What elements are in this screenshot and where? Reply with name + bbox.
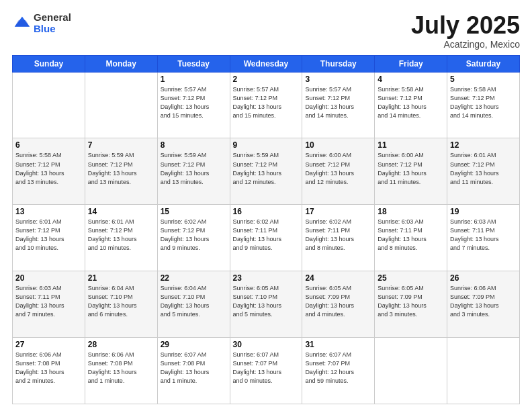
weekday-header-friday: Friday — [375, 55, 447, 72]
day-number: 9 — [233, 140, 300, 150]
calendar-cell: 19Sunrise: 6:03 AM Sunset: 7:11 PM Dayli… — [447, 205, 520, 271]
calendar-cell: 4Sunrise: 5:58 AM Sunset: 7:12 PM Daylig… — [375, 72, 447, 138]
day-info: Sunrise: 6:07 AM Sunset: 7:07 PM Dayligh… — [305, 351, 371, 385]
day-info: Sunrise: 6:00 AM Sunset: 7:12 PM Dayligh… — [378, 151, 444, 186]
weekday-header-monday: Monday — [85, 55, 157, 72]
calendar-cell — [447, 338, 520, 404]
calendar-cell: 25Sunrise: 6:05 AM Sunset: 7:09 PM Dayli… — [375, 271, 447, 338]
day-info: Sunrise: 5:57 AM Sunset: 7:12 PM Dayligh… — [161, 85, 227, 120]
day-number: 14 — [88, 207, 154, 216]
logo-blue-text: Blue — [34, 24, 71, 35]
day-number: 24 — [305, 273, 371, 283]
calendar-week-row: 13Sunrise: 6:01 AM Sunset: 7:12 PM Dayli… — [13, 205, 520, 271]
day-number: 4 — [378, 75, 444, 84]
day-info: Sunrise: 6:03 AM Sunset: 7:11 PM Dayligh… — [15, 284, 82, 319]
calendar-cell: 8Sunrise: 5:59 AM Sunset: 7:12 PM Daylig… — [157, 138, 230, 205]
day-info: Sunrise: 5:57 AM Sunset: 7:12 PM Dayligh… — [305, 85, 371, 120]
day-info: Sunrise: 5:58 AM Sunset: 7:12 PM Dayligh… — [450, 85, 517, 120]
calendar-cell: 31Sunrise: 6:07 AM Sunset: 7:07 PM Dayli… — [302, 338, 375, 404]
day-number: 22 — [161, 273, 227, 283]
day-number: 8 — [161, 140, 227, 150]
day-number: 17 — [305, 207, 371, 216]
day-info: Sunrise: 5:59 AM Sunset: 7:12 PM Dayligh… — [161, 151, 227, 186]
day-number: 19 — [450, 207, 517, 216]
day-number: 20 — [15, 273, 82, 283]
day-info: Sunrise: 6:04 AM Sunset: 7:10 PM Dayligh… — [88, 284, 154, 319]
calendar-cell: 13Sunrise: 6:01 AM Sunset: 7:12 PM Dayli… — [13, 205, 85, 271]
day-number: 1 — [161, 75, 227, 84]
day-info: Sunrise: 5:57 AM Sunset: 7:12 PM Dayligh… — [233, 85, 300, 120]
calendar-cell: 15Sunrise: 6:02 AM Sunset: 7:12 PM Dayli… — [157, 205, 230, 271]
page: General Blue July 2025 Acatzingo, Mexico… — [0, 0, 532, 411]
day-number: 2 — [233, 75, 300, 84]
calendar-week-row: 27Sunrise: 6:06 AM Sunset: 7:08 PM Dayli… — [13, 338, 520, 404]
calendar-cell: 1Sunrise: 5:57 AM Sunset: 7:12 PM Daylig… — [157, 72, 230, 138]
calendar-cell: 29Sunrise: 6:07 AM Sunset: 7:08 PM Dayli… — [157, 338, 230, 404]
day-info: Sunrise: 6:00 AM Sunset: 7:12 PM Dayligh… — [305, 151, 371, 186]
day-number: 18 — [378, 207, 444, 216]
calendar-cell: 16Sunrise: 6:02 AM Sunset: 7:11 PM Dayli… — [230, 205, 302, 271]
day-number: 10 — [305, 140, 371, 150]
calendar-cell: 3Sunrise: 5:57 AM Sunset: 7:12 PM Daylig… — [302, 72, 375, 138]
day-number: 6 — [15, 140, 82, 150]
calendar-week-row: 1Sunrise: 5:57 AM Sunset: 7:12 PM Daylig… — [13, 72, 520, 138]
day-info: Sunrise: 6:03 AM Sunset: 7:11 PM Dayligh… — [450, 218, 517, 253]
day-info: Sunrise: 5:58 AM Sunset: 7:12 PM Dayligh… — [15, 151, 82, 186]
weekday-header-tuesday: Tuesday — [157, 55, 230, 72]
day-number: 26 — [450, 273, 517, 283]
calendar-cell: 24Sunrise: 6:05 AM Sunset: 7:09 PM Dayli… — [302, 271, 375, 338]
day-info: Sunrise: 5:59 AM Sunset: 7:12 PM Dayligh… — [233, 151, 300, 186]
day-number: 7 — [88, 140, 154, 150]
weekday-header-saturday: Saturday — [447, 55, 520, 72]
calendar-cell: 20Sunrise: 6:03 AM Sunset: 7:11 PM Dayli… — [13, 271, 85, 338]
calendar-cell: 23Sunrise: 6:05 AM Sunset: 7:10 PM Dayli… — [230, 271, 302, 338]
weekday-header-sunday: Sunday — [13, 55, 85, 72]
day-info: Sunrise: 6:04 AM Sunset: 7:10 PM Dayligh… — [161, 284, 227, 319]
day-number: 27 — [15, 340, 82, 349]
day-number: 28 — [88, 340, 154, 349]
day-number: 16 — [233, 207, 300, 216]
calendar-cell: 18Sunrise: 6:03 AM Sunset: 7:11 PM Dayli… — [375, 205, 447, 271]
calendar-cell: 26Sunrise: 6:06 AM Sunset: 7:09 PM Dayli… — [447, 271, 520, 338]
calendar-cell: 11Sunrise: 6:00 AM Sunset: 7:12 PM Dayli… — [375, 138, 447, 205]
title-block: July 2025 Acatzingo, Mexico — [411, 12, 520, 50]
calendar-cell: 5Sunrise: 5:58 AM Sunset: 7:12 PM Daylig… — [447, 72, 520, 138]
day-info: Sunrise: 6:06 AM Sunset: 7:08 PM Dayligh… — [15, 351, 82, 385]
day-number: 30 — [233, 340, 300, 349]
day-info: Sunrise: 6:01 AM Sunset: 7:12 PM Dayligh… — [15, 218, 82, 253]
calendar-cell: 10Sunrise: 6:00 AM Sunset: 7:12 PM Dayli… — [302, 138, 375, 205]
svg-marker-1 — [15, 20, 30, 26]
month-title: July 2025 — [411, 12, 520, 39]
day-number: 23 — [233, 273, 300, 283]
logo-icon — [12, 14, 31, 33]
calendar-cell: 28Sunrise: 6:06 AM Sunset: 7:08 PM Dayli… — [85, 338, 157, 404]
weekday-header-thursday: Thursday — [302, 55, 375, 72]
day-info: Sunrise: 6:01 AM Sunset: 7:12 PM Dayligh… — [88, 218, 154, 253]
calendar-cell: 9Sunrise: 5:59 AM Sunset: 7:12 PM Daylig… — [230, 138, 302, 205]
day-info: Sunrise: 6:06 AM Sunset: 7:08 PM Dayligh… — [88, 351, 154, 385]
day-info: Sunrise: 6:07 AM Sunset: 7:07 PM Dayligh… — [233, 351, 300, 385]
logo-general-text: General — [34, 12, 71, 24]
day-info: Sunrise: 6:02 AM Sunset: 7:11 PM Dayligh… — [305, 218, 371, 253]
day-info: Sunrise: 6:06 AM Sunset: 7:09 PM Dayligh… — [450, 284, 517, 319]
weekday-header-row: SundayMondayTuesdayWednesdayThursdayFrid… — [13, 55, 520, 72]
calendar-cell: 12Sunrise: 6:01 AM Sunset: 7:12 PM Dayli… — [447, 138, 520, 205]
day-info: Sunrise: 6:05 AM Sunset: 7:10 PM Dayligh… — [233, 284, 300, 319]
logo: General Blue — [12, 12, 71, 34]
calendar-cell: 22Sunrise: 6:04 AM Sunset: 7:10 PM Dayli… — [157, 271, 230, 338]
day-info: Sunrise: 6:02 AM Sunset: 7:11 PM Dayligh… — [233, 218, 300, 253]
calendar-week-row: 20Sunrise: 6:03 AM Sunset: 7:11 PM Dayli… — [13, 271, 520, 338]
day-number: 21 — [88, 273, 154, 283]
calendar-table: SundayMondayTuesdayWednesdayThursdayFrid… — [12, 55, 520, 404]
day-info: Sunrise: 6:07 AM Sunset: 7:08 PM Dayligh… — [161, 351, 227, 385]
day-info: Sunrise: 5:59 AM Sunset: 7:12 PM Dayligh… — [88, 151, 154, 186]
location-subtitle: Acatzingo, Mexico — [411, 39, 520, 50]
calendar-cell — [375, 338, 447, 404]
calendar-cell: 14Sunrise: 6:01 AM Sunset: 7:12 PM Dayli… — [85, 205, 157, 271]
day-number: 15 — [161, 207, 227, 216]
day-info: Sunrise: 6:05 AM Sunset: 7:09 PM Dayligh… — [378, 284, 444, 319]
day-info: Sunrise: 6:01 AM Sunset: 7:12 PM Dayligh… — [450, 151, 517, 186]
calendar-cell: 2Sunrise: 5:57 AM Sunset: 7:12 PM Daylig… — [230, 72, 302, 138]
day-number: 31 — [305, 340, 371, 349]
day-info: Sunrise: 5:58 AM Sunset: 7:12 PM Dayligh… — [378, 85, 444, 120]
